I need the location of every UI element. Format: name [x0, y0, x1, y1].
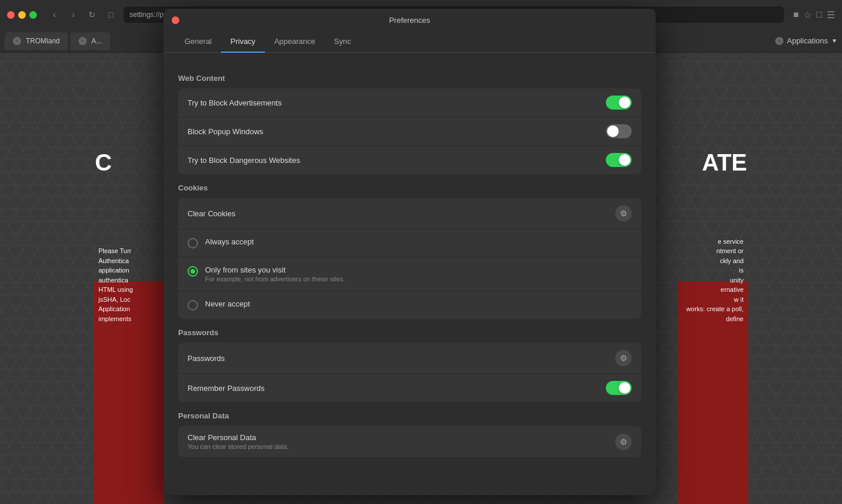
tab-sync[interactable]: Sync: [325, 31, 360, 53]
refresh-button[interactable]: ↻: [84, 6, 100, 23]
always-accept-label: Always accept: [205, 237, 254, 246]
clear-cookies-row: Clear Cookies ⚙: [178, 198, 641, 229]
clear-personal-data-gear[interactable]: ⚙: [615, 434, 632, 450]
remember-passwords-row: Remember Passwords: [178, 374, 641, 402]
block-ads-toggle-thumb: [619, 97, 630, 108]
tab-close-a[interactable]: ×: [79, 37, 87, 45]
block-popup-toggle-thumb: [607, 125, 619, 137]
only-from-sites-label: Only from sites you visit: [205, 265, 345, 274]
block-dangerous-toggle-thumb: [619, 154, 630, 166]
modal-titlebar: Preferences: [163, 9, 656, 31]
red-heading-left: C: [95, 149, 112, 176]
tab-label-a: A...: [91, 37, 102, 45]
clear-personal-data-label: Clear Personal Data: [188, 433, 289, 442]
always-accept-row[interactable]: Always accept: [178, 229, 641, 257]
preferences-content: Web Content Try to Block Advertisements …: [163, 53, 656, 492]
block-dangerous-row: Try to Block Dangerous Websites: [178, 146, 641, 174]
clear-cookies-label: Clear Cookies: [188, 209, 236, 218]
block-popup-toggle[interactable]: [606, 124, 632, 138]
never-accept-label: Never accept: [205, 299, 250, 308]
traffic-light-yellow[interactable]: [18, 11, 26, 19]
tab-appearance[interactable]: Appearance: [265, 31, 325, 53]
tab-privacy[interactable]: Privacy: [221, 31, 265, 53]
clear-cookies-gear[interactable]: ⚙: [615, 205, 632, 222]
web-content-group: Try to Block Advertisements Block Popup …: [178, 88, 641, 174]
preferences-modal: Preferences General Privacy Appearance S…: [163, 9, 656, 495]
passwords-header: Passwords: [178, 328, 641, 337]
share-button[interactable]: □: [103, 6, 119, 23]
cookies-header: Cookies: [178, 183, 641, 192]
personal-data-group: Clear Personal Data You can clear stored…: [178, 426, 641, 457]
passwords-group: Passwords ⚙ Remember Passwords: [178, 343, 641, 402]
block-ads-label: Try to Block Advertisements: [188, 98, 282, 107]
block-popup-row: Block Popup Windows: [178, 117, 641, 146]
chevron-down-icon[interactable]: ▼: [831, 38, 837, 44]
star-icon[interactable]: ☆: [803, 9, 812, 21]
clear-personal-data-sublabel: You can clear stored personal data.: [188, 443, 289, 450]
modal-close-button[interactable]: [172, 16, 179, 24]
red-heading-right: ATE: [702, 149, 747, 176]
clear-personal-data-row: Clear Personal Data You can clear stored…: [178, 426, 641, 457]
web-content-header: Web Content: [178, 74, 641, 83]
traffic-lights: [7, 11, 37, 19]
block-dangerous-toggle[interactable]: [606, 153, 632, 167]
bg-left-text: Please TurrAuthenticaapplicationauthenti…: [94, 241, 164, 328]
passwords-row: Passwords ⚙: [178, 343, 641, 374]
applications-tab-label: Applications: [787, 36, 828, 45]
forward-button[interactable]: ›: [65, 6, 81, 23]
traffic-light-green[interactable]: [29, 11, 37, 19]
cookies-group: Clear Cookies ⚙ Always accept Only from …: [178, 198, 641, 319]
never-accept-row[interactable]: Never accept: [178, 291, 641, 319]
traffic-light-red[interactable]: [7, 11, 15, 19]
never-accept-radio[interactable]: [188, 300, 198, 311]
only-from-sites-radio[interactable]: [188, 266, 198, 277]
personal-data-header: Personal Data: [178, 411, 641, 420]
add-tab-icon[interactable]: □: [816, 9, 822, 20]
remember-passwords-toggle-thumb: [619, 382, 630, 394]
tab-tromland[interactable]: × TROMland: [5, 32, 68, 50]
tab-general[interactable]: General: [175, 31, 221, 53]
only-from-sites-row[interactable]: Only from sites you visit For example, n…: [178, 257, 641, 291]
menu-icon[interactable]: ☰: [827, 9, 835, 21]
toolbar-icons: ■ ☆ □ ☰: [793, 9, 835, 21]
passwords-gear[interactable]: ⚙: [615, 350, 632, 366]
tab-right-area: × Applications ▼: [775, 36, 837, 45]
tab-close-right[interactable]: ×: [775, 37, 783, 45]
modal-title: Preferences: [389, 16, 430, 25]
bookmark-icon[interactable]: ■: [793, 9, 799, 20]
passwords-label: Passwords: [188, 354, 225, 363]
remember-passwords-toggle[interactable]: [606, 381, 632, 395]
tab-close-tromland[interactable]: ×: [13, 37, 21, 45]
preferences-tabs: General Privacy Appearance Sync: [163, 31, 656, 53]
block-ads-row: Try to Block Advertisements: [178, 88, 641, 117]
always-accept-radio[interactable]: [188, 238, 198, 248]
block-popup-label: Block Popup Windows: [188, 127, 263, 136]
tab-a[interactable]: × A...: [70, 32, 110, 50]
remember-passwords-label: Remember Passwords: [188, 384, 265, 393]
block-ads-toggle[interactable]: [606, 96, 632, 110]
nav-buttons: ‹ › ↻ □: [46, 6, 119, 23]
tab-label-tromland: TROMland: [26, 37, 60, 45]
bg-right-text: e servicentment orckly andisunityernativ…: [678, 232, 748, 329]
block-dangerous-label: Try to Block Dangerous Websites: [188, 156, 300, 165]
back-button[interactable]: ‹: [46, 6, 63, 23]
only-from-sites-sublabel: For example, not from advertisers on the…: [205, 275, 345, 282]
